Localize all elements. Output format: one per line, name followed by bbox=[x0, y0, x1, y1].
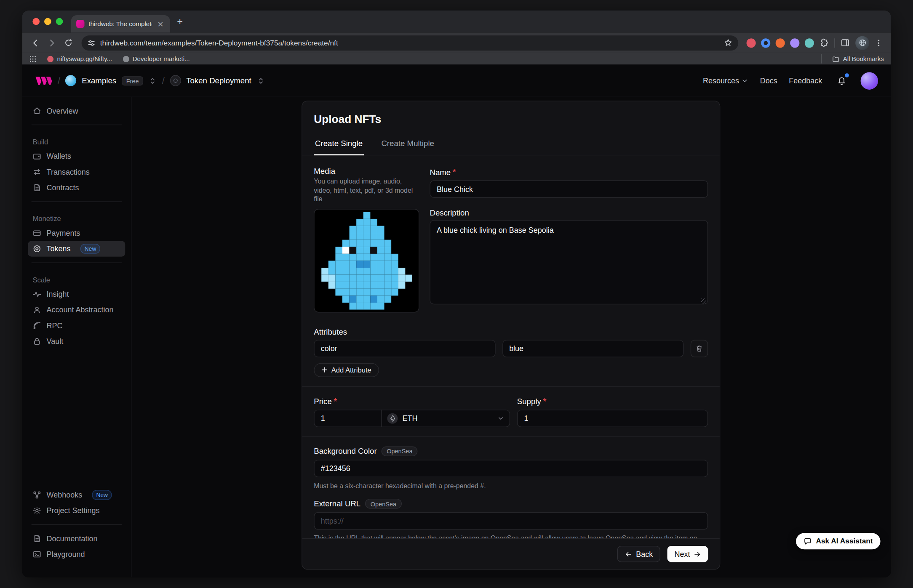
site-info-icon[interactable] bbox=[87, 39, 95, 47]
attribute-value-input[interactable] bbox=[502, 340, 684, 357]
project-switcher-chevrons-icon[interactable] bbox=[256, 77, 264, 85]
required-mark: * bbox=[543, 396, 547, 407]
thirdweb-logo[interactable] bbox=[35, 75, 52, 86]
new-badge: New bbox=[92, 490, 112, 500]
notification-dot bbox=[845, 73, 849, 77]
chevron-down-icon bbox=[742, 77, 749, 84]
refresh-button[interactable] bbox=[61, 35, 76, 51]
tab-create-single[interactable]: Create Single bbox=[314, 134, 364, 155]
nft-media-preview[interactable] bbox=[314, 209, 419, 312]
nav-docs[interactable]: Docs bbox=[760, 76, 777, 85]
all-bookmarks-button[interactable]: All Bookmarks bbox=[832, 55, 884, 63]
tab-close-icon[interactable]: ✕ bbox=[156, 19, 165, 28]
chevron-down-icon bbox=[497, 415, 505, 422]
bookmarks-bar: niftyswap.gg/Nifty... Developer marketi.… bbox=[22, 53, 891, 65]
background-color-input[interactable] bbox=[314, 460, 708, 477]
back-button[interactable]: Back bbox=[617, 546, 660, 562]
sidebar-item-playground[interactable]: Playground bbox=[28, 546, 125, 562]
all-bookmarks-label: All Bookmarks bbox=[843, 55, 884, 62]
name-input[interactable] bbox=[430, 181, 708, 198]
nav-resources[interactable]: Resources bbox=[703, 76, 748, 85]
wallet-icon bbox=[32, 152, 41, 161]
extension-icon[interactable] bbox=[747, 38, 756, 48]
notifications-button[interactable] bbox=[834, 73, 849, 88]
webhook-icon bbox=[32, 491, 41, 500]
external-url-helper: This is the URL that will appear below t… bbox=[314, 534, 708, 538]
user-avatar[interactable] bbox=[861, 72, 878, 89]
browser-menu-icon[interactable] bbox=[875, 39, 883, 47]
lock-icon bbox=[32, 337, 41, 346]
upload-nfts-card: Upload NFTs Create Single Create Multipl… bbox=[302, 101, 720, 569]
extension-icon[interactable] bbox=[776, 38, 785, 48]
sidebar-item-webhooks[interactable]: Webhooks New bbox=[28, 487, 125, 503]
sidebar-divider bbox=[32, 125, 122, 125]
extension-icon[interactable] bbox=[790, 38, 799, 48]
page-title: Upload NFTs bbox=[314, 113, 708, 125]
opensea-badge: OpenSea bbox=[382, 446, 418, 456]
sidebar-item-vault[interactable]: Vault bbox=[28, 333, 125, 349]
sidebar-item-rpc[interactable]: RPC bbox=[28, 318, 125, 333]
sidebar-item-wallets[interactable]: Wallets bbox=[28, 149, 125, 164]
supply-label: Supply bbox=[517, 397, 541, 406]
card-footer: Back Next bbox=[302, 538, 720, 569]
ask-ai-assistant-button[interactable]: Ask AI Assistant bbox=[796, 533, 880, 550]
sidebar-section-monetize: Monetize bbox=[32, 215, 125, 223]
sidebar-item-transactions[interactable]: Transactions bbox=[28, 164, 125, 180]
toolbar-divider bbox=[834, 38, 835, 48]
document-icon bbox=[32, 534, 41, 543]
upload-tabs: Create Single Create Multiple bbox=[302, 134, 720, 155]
opensea-badge: OpenSea bbox=[365, 499, 401, 509]
delete-attribute-button[interactable] bbox=[691, 340, 708, 357]
description-textarea[interactable]: A blue chick living on Base Sepolia bbox=[430, 220, 708, 304]
sidebar-item-overview[interactable]: Overview bbox=[28, 103, 125, 119]
sidebar-item-contracts[interactable]: Contracts bbox=[28, 180, 125, 195]
minimize-window-button[interactable] bbox=[44, 18, 51, 25]
side-panel-icon[interactable] bbox=[840, 38, 850, 48]
window-controls bbox=[32, 18, 63, 25]
nft-pixel-art-image bbox=[321, 212, 412, 309]
sidebar-item-payments[interactable]: Payments bbox=[28, 225, 125, 241]
address-bar[interactable]: thirdweb.com/team/examples/Token-Deploym… bbox=[82, 35, 739, 51]
sidebar-item-documentation[interactable]: Documentation bbox=[28, 531, 125, 546]
tab-favicon bbox=[76, 20, 84, 28]
browser-profile-avatar[interactable] bbox=[855, 36, 869, 50]
nav-feedback[interactable]: Feedback bbox=[789, 76, 822, 85]
sidebar-item-project-settings[interactable]: Project Settings bbox=[28, 503, 125, 519]
new-tab-button[interactable]: + bbox=[177, 16, 183, 27]
background-color-label: Background Color bbox=[314, 447, 376, 455]
browser-tab[interactable]: thirdweb: The complete web... ✕ bbox=[71, 15, 170, 32]
team-name[interactable]: Examples bbox=[82, 76, 116, 85]
bookmark-favicon bbox=[123, 56, 129, 62]
zoom-window-button[interactable] bbox=[56, 18, 63, 25]
tab-create-multiple[interactable]: Create Multiple bbox=[380, 134, 435, 155]
extensions-row bbox=[744, 36, 885, 50]
sidebar-divider bbox=[32, 524, 122, 525]
resize-handle[interactable] bbox=[701, 298, 706, 303]
trash-icon bbox=[695, 344, 703, 352]
add-attribute-button[interactable]: Add Attribute bbox=[314, 363, 379, 377]
apps-grid-icon[interactable] bbox=[29, 55, 37, 63]
project-name[interactable]: Token Deployment bbox=[186, 76, 251, 85]
sidebar-item-account-abstraction[interactable]: Account Abstraction bbox=[28, 302, 125, 318]
extension-icon[interactable] bbox=[805, 38, 814, 48]
currency-select[interactable]: ETH bbox=[382, 410, 510, 427]
description-label: Description bbox=[430, 208, 469, 217]
bookmark-item[interactable]: Developer marketi... bbox=[123, 55, 190, 62]
bookmark-item[interactable]: niftyswap.gg/Nifty... bbox=[47, 55, 112, 62]
forward-button[interactable] bbox=[44, 35, 59, 51]
bookmark-star-icon[interactable] bbox=[724, 38, 733, 47]
next-button[interactable]: Next bbox=[667, 546, 708, 562]
price-input[interactable] bbox=[314, 410, 382, 427]
extension-icon[interactable] bbox=[761, 38, 770, 48]
extensions-puzzle-icon[interactable] bbox=[819, 38, 829, 48]
attribute-trait-input[interactable] bbox=[314, 340, 495, 357]
sidebar-item-tokens[interactable]: Tokens New bbox=[28, 241, 125, 256]
close-window-button[interactable] bbox=[32, 18, 40, 25]
sidebar: Overview Build Wallets Transactions Cont… bbox=[22, 97, 132, 577]
sidebar-divider bbox=[32, 201, 122, 202]
team-switcher-chevrons-icon[interactable] bbox=[149, 77, 157, 85]
external-url-input[interactable] bbox=[314, 512, 708, 529]
back-button[interactable] bbox=[28, 35, 43, 51]
supply-input[interactable] bbox=[517, 410, 708, 427]
sidebar-item-insight[interactable]: Insight bbox=[28, 286, 125, 302]
